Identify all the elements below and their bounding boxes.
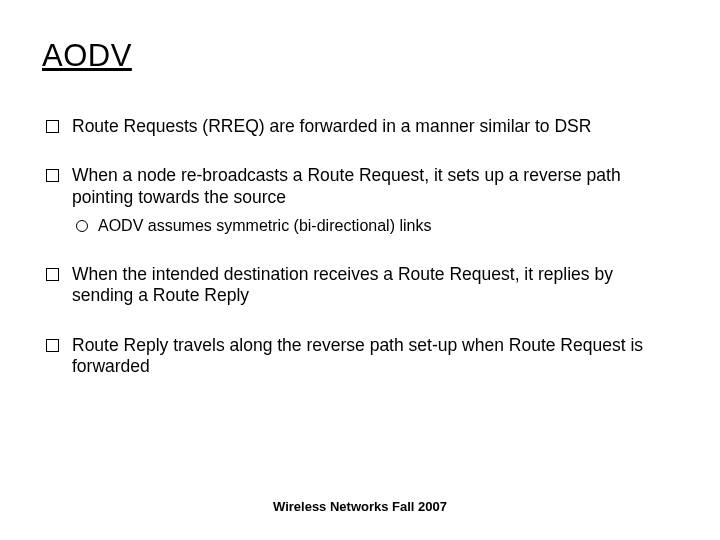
bullet-text: Route Requests (RREQ) are forwarded in a… [72,116,591,136]
list-item: When a node re-broadcasts a Route Reques… [44,165,676,236]
sub-list: AODV assumes symmetric (bi-directional) … [72,216,676,236]
bullet-text: Route Reply travels along the reverse pa… [72,335,643,376]
bullet-list: Route Requests (RREQ) are forwarded in a… [44,116,676,377]
slide: AODV Route Requests (RREQ) are forwarded… [0,0,720,540]
list-item: Route Reply travels along the reverse pa… [44,335,676,378]
list-item: Route Requests (RREQ) are forwarded in a… [44,116,676,137]
bullet-text: When the intended destination receives a… [72,264,613,305]
bullet-text: When a node re-broadcasts a Route Reques… [72,165,621,206]
slide-footer: Wireless Networks Fall 2007 [0,499,720,514]
sub-list-item: AODV assumes symmetric (bi-directional) … [72,216,676,236]
sub-bullet-text: AODV assumes symmetric (bi-directional) … [98,217,431,234]
list-item: When the intended destination receives a… [44,264,676,307]
slide-title: AODV [42,38,676,74]
